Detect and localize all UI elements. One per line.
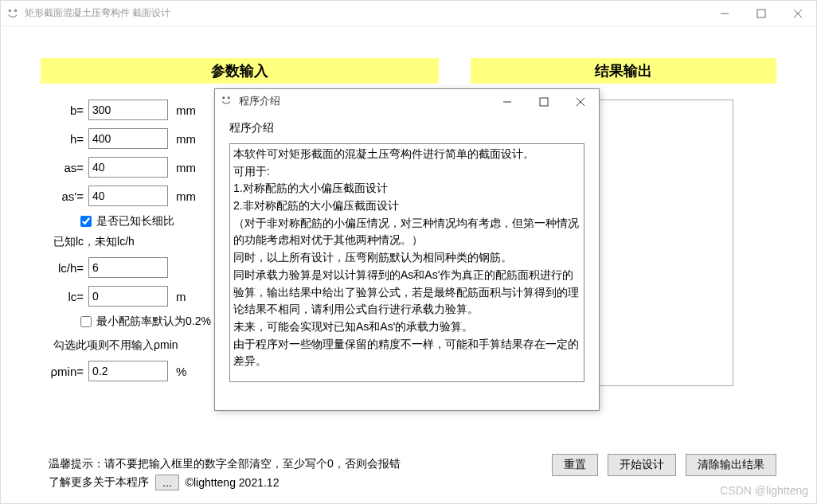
dialog-minimize-button[interactable]	[489, 89, 526, 115]
svg-point-0	[9, 9, 12, 12]
svg-rect-3	[757, 10, 765, 18]
unit-lc: m	[176, 290, 186, 303]
label-rhomin: ρmin=	[41, 365, 88, 378]
label-asp: as'=	[41, 189, 88, 203]
label-lch: lc/h=	[41, 261, 88, 275]
checkbox-know-slender[interactable]	[80, 216, 92, 227]
unit-h: mm	[176, 132, 196, 146]
maximize-button[interactable]	[743, 1, 780, 26]
footer-warning: 温馨提示：请不要把输入框里的数字全部清空，至少写个0，否则会报错	[49, 457, 401, 471]
input-lc[interactable]	[88, 286, 168, 307]
footer: 温馨提示：请不要把输入框里的数字全部清空，至少写个0，否则会报错 重置 开始设计…	[49, 454, 776, 494]
input-b[interactable]	[88, 100, 168, 120]
label-as: as=	[41, 161, 88, 174]
clear-output-button[interactable]: 清除输出结果	[686, 454, 776, 476]
svg-point-6	[222, 96, 225, 99]
unit-asp: mm	[176, 189, 196, 203]
footer-copyright: ©lightteng 2021.12	[186, 476, 280, 489]
input-as[interactable]	[88, 157, 168, 178]
input-asp[interactable]	[88, 186, 168, 206]
unit-b: mm	[176, 104, 196, 117]
app-icon	[6, 6, 20, 21]
footer-more-info: 了解更多关于本程序	[49, 475, 149, 490]
main-titlebar: 矩形截面混凝土压弯构件 截面设计	[1, 1, 816, 26]
svg-point-1	[14, 9, 18, 12]
dialog-titlebar: 程序介绍	[215, 89, 599, 113]
more-info-button[interactable]: ...	[155, 475, 179, 490]
input-section-header: 参数输入	[41, 58, 439, 84]
label-know-slender: 是否已知长细比	[96, 214, 174, 229]
label-b: b=	[41, 104, 88, 117]
output-section-header: 结果输出	[471, 58, 776, 84]
start-button[interactable]: 开始设计	[608, 454, 676, 476]
csdn-watermark: CSDN @lightteng	[720, 484, 808, 497]
input-rhomin[interactable]	[88, 361, 168, 381]
dialog-app-icon	[220, 94, 234, 108]
dialog-title: 程序介绍	[239, 94, 280, 108]
label-min-ratio: 最小配筋率默认为0.2%	[96, 315, 211, 329]
unit-as: mm	[176, 161, 196, 174]
svg-rect-9	[540, 98, 548, 106]
dialog-body-text[interactable]	[229, 143, 584, 382]
input-lch[interactable]	[88, 257, 168, 278]
unit-rhomin: %	[176, 365, 186, 378]
main-window: 矩形截面混凝土压弯构件 截面设计 参数输入 b= mm	[0, 0, 817, 504]
window-controls	[706, 1, 816, 26]
input-h[interactable]	[88, 128, 168, 149]
dialog-maximize-button[interactable]	[526, 89, 562, 115]
about-dialog: 程序介绍 程序介绍	[214, 88, 600, 411]
label-lc: lc=	[41, 290, 88, 303]
label-h: h=	[41, 132, 88, 146]
dialog-heading: 程序介绍	[229, 121, 584, 135]
minimize-button[interactable]	[706, 1, 743, 26]
dialog-close-button[interactable]	[562, 89, 599, 115]
close-button[interactable]	[780, 1, 816, 26]
window-title: 矩形截面混凝土压弯构件 截面设计	[25, 6, 170, 20]
checkbox-min-ratio[interactable]	[80, 316, 92, 327]
reset-button[interactable]: 重置	[552, 454, 598, 476]
svg-point-7	[228, 96, 230, 99]
